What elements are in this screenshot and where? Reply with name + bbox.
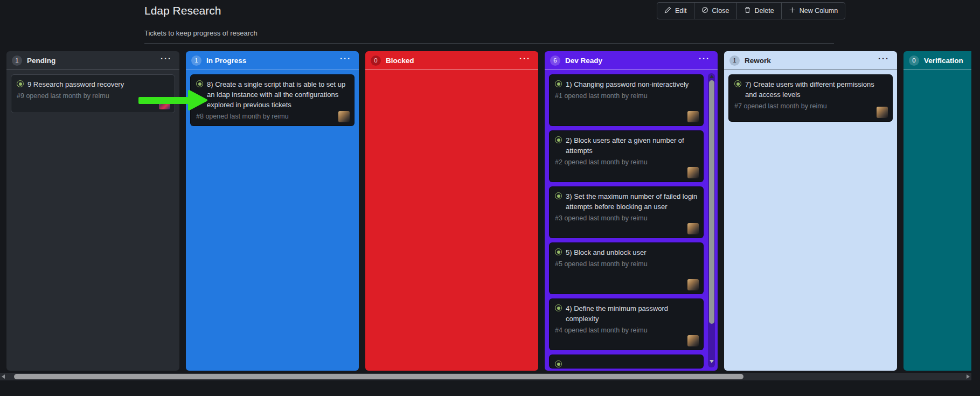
open-issue-icon (555, 80, 562, 87)
issue-card[interactable]: 7) Create users with different permissio… (728, 74, 893, 122)
column-header: 6 Dev Ready ··· (545, 51, 718, 70)
issue-title: 2) Block users after a given number of a… (566, 135, 698, 156)
issue-title: 8) Create a single script that is able t… (207, 79, 349, 110)
issue-meta: #1 opened last month by reimu (555, 91, 698, 101)
scrollbar-down-arrow-icon[interactable] (710, 360, 714, 363)
issue-title: 3) Set the maximum number of failed logi… (566, 191, 698, 212)
assignee-avatar[interactable] (877, 107, 888, 118)
board-column-rework: 1 Rework ··· 7) Create users with differ… (724, 51, 897, 371)
scrollbar-up-arrow-icon[interactable] (710, 75, 714, 78)
pencil-icon (664, 6, 671, 15)
column-menu-button[interactable]: ··· (159, 55, 173, 66)
issue-meta: #8 opened last month by reimu (196, 112, 349, 121)
horizontal-scrollbar-thumb[interactable] (14, 374, 743, 379)
page-subtitle: Tickets to keep progress of research (144, 29, 258, 37)
open-issue-icon (555, 360, 562, 367)
column-title: Rework (745, 57, 872, 65)
column-title: Verification (924, 57, 971, 65)
column-cards: 1) Changing password non-interactively #… (545, 70, 718, 371)
column-menu-button[interactable]: ··· (877, 55, 891, 66)
issue-card[interactable]: 4) Define the minimum password complexit… (549, 298, 704, 350)
toolbar-button-label: Close (712, 7, 729, 15)
issue-meta: #2 opened last month by reimu (555, 157, 698, 167)
column-cards: 8) Create a single script that is able t… (186, 70, 359, 371)
issue-meta: #4 opened last month by reimu (555, 325, 698, 335)
column-title: Pending (27, 57, 155, 65)
open-issue-icon (555, 136, 562, 143)
scroll-left-arrow-icon[interactable] (2, 374, 5, 379)
issue-title: 4) Define the minimum password complexit… (566, 303, 698, 324)
column-count-badge: 1 (729, 55, 740, 66)
toolbar-button-label: New Column (800, 7, 838, 15)
open-issue-icon (17, 80, 24, 87)
kanban-board: 1 Pending ··· 9 Research password recove… (6, 51, 971, 371)
board-column-devready: 6 Dev Ready ··· 1) Changing password non… (545, 51, 718, 371)
close-button[interactable]: Close (694, 2, 737, 19)
column-header: 1 Pending ··· (6, 51, 179, 70)
column-header: 1 Rework ··· (724, 51, 897, 70)
issue-card[interactable]: 8) Create a single script that is able t… (190, 74, 355, 126)
column-title: Dev Ready (565, 57, 693, 65)
column-title: Blocked (386, 57, 513, 65)
column-menu-button[interactable]: ··· (339, 55, 352, 66)
plus-icon (789, 6, 796, 15)
column-count-badge: 1 (12, 55, 22, 66)
column-cards (903, 70, 971, 371)
issue-card[interactable]: 3) Set the maximum number of failed logi… (549, 186, 704, 238)
column-header: 0 Verification ··· (903, 51, 971, 70)
circle-slash-icon (701, 6, 708, 15)
issue-card[interactable]: 9 Research password recovery #9 opened l… (11, 74, 175, 113)
open-issue-icon (555, 192, 562, 199)
issue-title: 1) Changing password non-interactively (566, 79, 689, 89)
open-issue-icon (196, 80, 203, 87)
column-header: 0 Blocked ··· (365, 51, 538, 70)
assignee-avatar[interactable] (338, 111, 350, 122)
column-menu-button[interactable]: ··· (518, 55, 532, 66)
board-column-pending: 1 Pending ··· 9 Research password recove… (6, 51, 179, 371)
assignee-avatar[interactable] (687, 279, 699, 290)
column-scrollbar[interactable] (708, 73, 715, 367)
issue-card[interactable]: 2) Block users after a given number of a… (549, 130, 704, 182)
scroll-right-arrow-icon[interactable] (967, 374, 970, 379)
column-cards (365, 70, 538, 371)
column-count-badge: 6 (550, 55, 560, 66)
project-toolbar: Edit Close Delete New Column (657, 2, 845, 19)
edit-button[interactable]: Edit (657, 2, 694, 19)
assignee-avatar[interactable] (687, 335, 699, 346)
trash-icon (744, 6, 751, 15)
page-title: Ldap Research (144, 4, 221, 17)
issue-card[interactable] (549, 355, 704, 369)
issue-title: 9 Research password recovery (27, 79, 124, 89)
toolbar-button-label: Delete (755, 7, 774, 15)
issue-title: 7) Create users with different permissio… (745, 79, 887, 100)
column-count-badge: 1 (191, 55, 201, 66)
delete-button[interactable]: Delete (736, 2, 782, 19)
open-issue-icon (734, 80, 741, 87)
issue-card[interactable]: 1) Changing password non-interactively #… (549, 74, 704, 126)
issue-card[interactable]: 5) Block and unblock user #5 opened last… (549, 242, 704, 294)
new-column-button[interactable]: New Column (781, 2, 846, 19)
horizontal-scrollbar[interactable] (0, 373, 971, 380)
assignee-avatar[interactable] (687, 223, 699, 234)
toolbar-button-label: Edit (675, 7, 687, 15)
column-menu-button[interactable]: ··· (698, 55, 711, 66)
issue-meta: #5 opened last month by reimu (555, 259, 698, 269)
board-column-inprogress: 1 In Progress ··· 8) Create a single scr… (186, 51, 359, 371)
column-count-badge: 0 (909, 55, 919, 66)
column-title: In Progress (206, 57, 334, 65)
issue-meta: #3 opened last month by reimu (555, 213, 698, 223)
assignee-avatar[interactable] (159, 98, 170, 109)
scrollbar-thumb[interactable] (709, 80, 714, 324)
assignee-avatar[interactable] (687, 167, 699, 178)
open-issue-icon (555, 248, 562, 255)
board-column-verification: 0 Verification ··· (903, 51, 971, 371)
column-count-badge: 0 (371, 55, 381, 66)
column-cards: 9 Research password recovery #9 opened l… (6, 70, 179, 371)
open-issue-icon (555, 304, 562, 311)
board-column-blocked: 0 Blocked ··· (365, 51, 538, 371)
issue-meta: #7 opened last month by reimu (734, 101, 887, 111)
column-cards: 7) Create users with different permissio… (724, 70, 897, 371)
issue-title: 5) Block and unblock user (566, 247, 647, 258)
column-header: 1 In Progress ··· (186, 51, 359, 70)
assignee-avatar[interactable] (687, 111, 699, 122)
